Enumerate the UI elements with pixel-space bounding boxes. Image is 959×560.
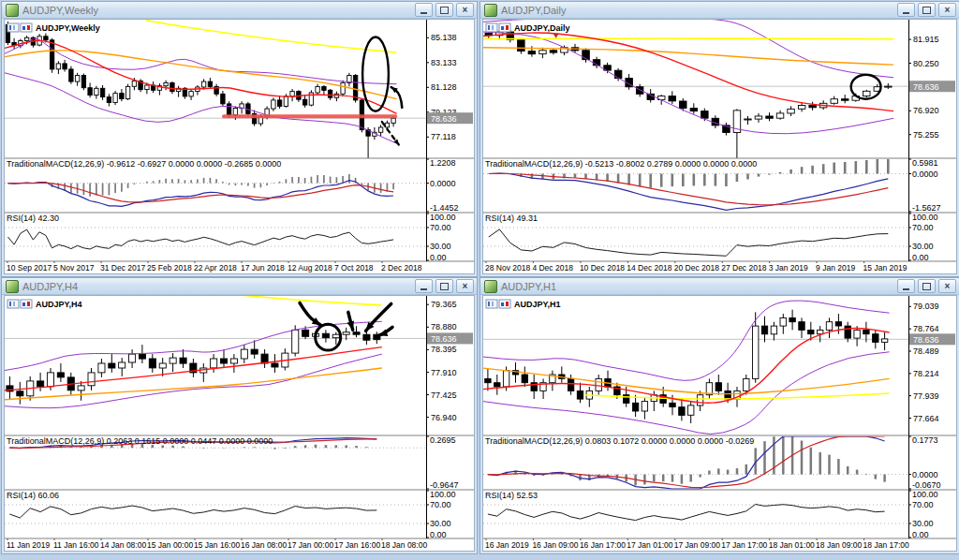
time-axis[interactable]: 10 Sep 20175 Nov 201731 Dec 201725 Feb 2… <box>7 261 422 273</box>
chart-type-icon[interactable] <box>486 300 497 308</box>
rsi-panel[interactable]: RSI(14) 52.53 <box>483 491 908 523</box>
yellow-ma <box>483 38 893 39</box>
price-scale[interactable]: 81.91580.25076.92075.25578.6360.59810.00… <box>908 35 955 262</box>
price-scale[interactable]: 85.13883.13381.12879.12377.11878.6361.22… <box>426 33 473 262</box>
main-panel[interactable]: AUDJPY,H4 <box>5 296 426 408</box>
chart-area[interactable]: AUDJPY,H4TraditionalMACD(12,26,9) 0.2063… <box>4 295 475 552</box>
macd-panel[interactable]: TraditionalMACD(12,26,9) 0.0803 0.1072 0… <box>483 436 908 489</box>
price-scale[interactable]: 79.03978.76478.48978.21477.93977.66478.6… <box>908 302 955 539</box>
svg-text:100.00: 100.00 <box>912 213 938 222</box>
chart-canvas[interactable]: AUDJPY,H4TraditionalMACD(12,26,9) 0.2063… <box>5 296 474 551</box>
window-titlebar[interactable]: AUDJPY,H4 × <box>2 278 477 295</box>
yellow-ma <box>146 21 397 52</box>
macd-label: TraditionalMACD(12,26,9) 0.2063 0.1615 0… <box>7 436 273 446</box>
price-scale[interactable]: 79.36578.88078.39577.91077.42576.94078.6… <box>426 300 473 539</box>
window-controls: × <box>897 279 956 293</box>
chart-area[interactable]: AUDJPY,WeeklyTraditionalMACD(12,26,9) -0… <box>4 19 475 274</box>
macd-panel[interactable]: TraditionalMACD(12,26,9) 0.2063 0.1615 0… <box>5 436 426 449</box>
chart-window-weekly: AUDJPY,Weekly × AUDJPY,WeeklyTraditional… <box>1 1 478 277</box>
svg-text:1.2208: 1.2208 <box>430 158 456 168</box>
svg-text:0.00: 0.00 <box>430 530 447 539</box>
chart-canvas[interactable]: AUDJPY,H1TraditionalMACD(12,26,9) 0.0803… <box>483 296 956 551</box>
candles-icon[interactable] <box>499 300 510 308</box>
rsi-panel[interactable]: RSI(14) 60.06 <box>5 491 426 523</box>
time-axis[interactable]: 28 Nov 20184 Dec 201810 Dec 201814 Dec 2… <box>485 261 907 273</box>
chart-type-icon[interactable] <box>7 300 19 308</box>
svg-text:-1.5627: -1.5627 <box>912 203 941 213</box>
svg-text:78.764: 78.764 <box>913 324 939 333</box>
svg-text:0.0000: 0.0000 <box>912 169 938 179</box>
chart-type-icon[interactable] <box>7 23 19 32</box>
svg-text:77.939: 77.939 <box>913 391 939 401</box>
svg-text:11 Jan 2019: 11 Jan 2019 <box>7 540 50 550</box>
svg-text:78.214: 78.214 <box>913 369 939 378</box>
main-panel[interactable]: AUDJPY,Weekly <box>5 21 426 196</box>
window-title: AUDJPY,H4 <box>22 281 78 292</box>
svg-text:0.1773: 0.1773 <box>912 435 938 445</box>
band-upper <box>5 38 397 83</box>
svg-text:75.255: 75.255 <box>913 130 939 140</box>
minimize-button[interactable] <box>897 279 915 293</box>
window-titlebar[interactable]: AUDJPY,H1 × <box>480 278 959 295</box>
chart-window-h1: AUDJPY,H1 × AUDJPY,H1TraditionalMACD(12,… <box>480 277 959 554</box>
candles <box>7 325 380 404</box>
svg-text:17 Jan 16:00: 17 Jan 16:00 <box>334 540 380 550</box>
price-tag-value: 78.636 <box>431 334 457 344</box>
minimize-button[interactable] <box>415 3 433 17</box>
chart-canvas[interactable]: AUDJPY,DailyTraditionalMACD(12,26,9) -0.… <box>483 20 956 273</box>
price-tag-value: 78.636 <box>913 335 939 345</box>
rsi-panel[interactable]: RSI(14) 49.31 <box>483 214 908 256</box>
symbol-label: AUDJPY,Weekly <box>36 23 100 33</box>
symbol-label: AUDJPY,Daily <box>514 23 570 33</box>
minimize-button[interactable] <box>415 279 433 293</box>
macd-panel[interactable]: TraditionalMACD(12,26,9) -0.9612 -0.6927… <box>5 159 426 206</box>
svg-text:78.395: 78.395 <box>431 345 457 354</box>
macd-panel[interactable]: TraditionalMACD(12,26,9) -0.5213 -0.8002… <box>483 159 908 210</box>
close-icon: × <box>463 6 468 15</box>
candles-icon[interactable] <box>499 23 510 32</box>
close-button[interactable]: × <box>938 279 956 293</box>
window-controls: × <box>897 3 956 17</box>
candles-icon[interactable] <box>21 23 32 32</box>
window-titlebar[interactable]: AUDJPY,Weekly × <box>2 2 477 19</box>
main-panel[interactable]: AUDJPY,H1 <box>483 300 908 435</box>
window-titlebar[interactable]: AUDJPY,Daily × <box>480 2 959 19</box>
svg-text:0.00: 0.00 <box>430 253 447 262</box>
svg-text:0.2695: 0.2695 <box>430 435 456 445</box>
maximize-button[interactable] <box>918 279 936 293</box>
chart-canvas[interactable]: AUDJPY,WeeklyTraditionalMACD(12,26,9) -0… <box>5 20 474 273</box>
time-axis[interactable]: 11 Jan 201911 Jan 16:0014 Jan 08:0015 Ja… <box>7 538 427 550</box>
svg-text:10 Sep 2017: 10 Sep 2017 <box>7 263 52 273</box>
chart-area[interactable]: AUDJPY,DailyTraditionalMACD(12,26,9) -0.… <box>482 19 957 274</box>
chart-file-icon <box>6 4 19 17</box>
maximize-icon <box>440 283 449 290</box>
candles-icon[interactable] <box>21 300 32 308</box>
symbol-label: AUDJPY,H4 <box>36 300 82 309</box>
svg-text:-0.0670: -0.0670 <box>912 480 941 490</box>
minimize-button[interactable] <box>897 3 915 17</box>
moving-averages <box>483 301 890 434</box>
close-button[interactable]: × <box>456 279 474 293</box>
rsi-panel[interactable]: RSI(14) 42.30 <box>5 214 426 249</box>
close-button[interactable]: × <box>456 3 474 17</box>
time-axis[interactable]: 16 Jan 201916 Jan 09:0016 Jan 17:0017 Ja… <box>485 538 909 550</box>
svg-text:85.138: 85.138 <box>431 33 457 42</box>
svg-text:25 Feb 2018: 25 Feb 2018 <box>147 263 192 273</box>
close-button[interactable]: × <box>938 3 956 17</box>
close-icon: × <box>945 282 951 291</box>
close-icon: × <box>463 282 468 291</box>
svg-text:-0.9647: -0.9647 <box>430 480 459 490</box>
rsi-label: RSI(14) 60.06 <box>7 491 59 500</box>
desktop: AUDJPY,Weekly × AUDJPY,WeeklyTraditional… <box>0 0 959 560</box>
svg-text:15 Jan 00:00: 15 Jan 00:00 <box>147 540 193 550</box>
chart-type-icon[interactable] <box>486 23 497 32</box>
maximize-button[interactable] <box>435 3 453 17</box>
svg-text:28 Nov 2018: 28 Nov 2018 <box>485 263 530 273</box>
svg-text:17 Jan 09:00: 17 Jan 09:00 <box>674 540 720 550</box>
maximize-button[interactable] <box>918 3 936 17</box>
minimize-icon <box>903 12 909 14</box>
maximize-button[interactable] <box>435 279 453 293</box>
svg-text:16 Jan 2019: 16 Jan 2019 <box>485 540 529 550</box>
chart-area[interactable]: AUDJPY,H1TraditionalMACD(12,26,9) 0.0803… <box>482 295 957 552</box>
svg-text:30.00: 30.00 <box>912 242 934 251</box>
